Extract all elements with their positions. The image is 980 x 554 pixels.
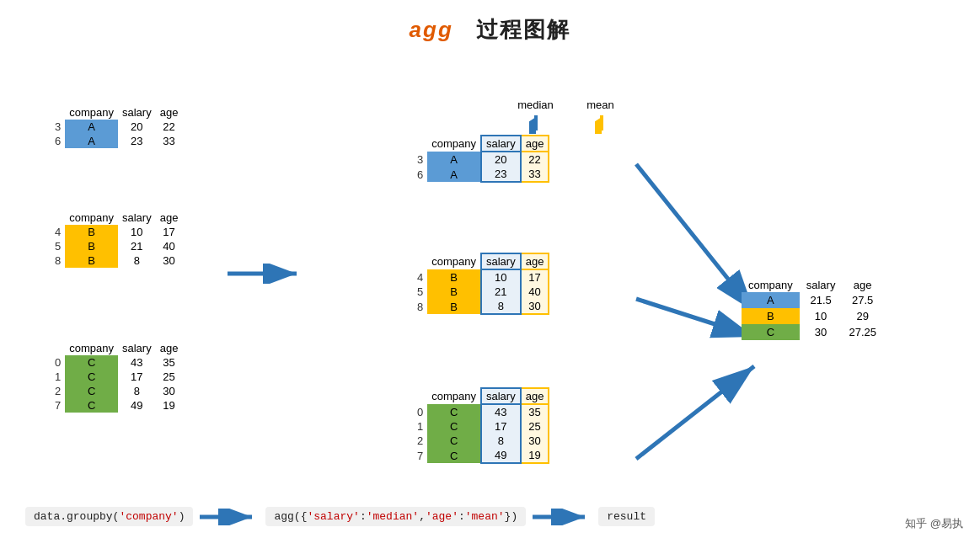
result-col-age: age xyxy=(842,278,883,292)
svg-line-8 xyxy=(636,299,754,337)
table-row: 2 C 8 30 xyxy=(51,384,182,398)
table-row: 8 B 8 30 xyxy=(51,253,182,268)
median-label: median xyxy=(512,99,559,111)
group-a-block: company salary age 3 A 20 22 6 A 23 33 xyxy=(51,105,182,148)
table-row: 6 A 23 33 xyxy=(413,167,549,182)
table-row: 5 B 21 40 xyxy=(51,239,182,253)
group-c-table: company salary age 0 C 43 35 1 C 17 25 2… xyxy=(51,341,182,413)
col-company-a: company xyxy=(65,105,118,120)
split-a-block: company salary age 3 A 20 22 6 A 23 33 xyxy=(413,135,549,183)
down-arrow-mean xyxy=(595,115,608,136)
main-area: company salary age 3 A 20 22 6 A 23 33 c… xyxy=(0,55,980,543)
table-row: 1 C 17 25 xyxy=(413,419,549,434)
split-b-table: company salary age 4 B 10 17 5 B 21 40 8… xyxy=(413,253,549,315)
split-b-block: company salary age 4 B 10 17 5 B 21 40 8… xyxy=(413,253,549,315)
group-c-block: company salary age 0 C 43 35 1 C 17 25 2… xyxy=(51,341,182,413)
table-row: 4 B 10 17 xyxy=(413,269,549,285)
table-row: 3 A 20 22 xyxy=(51,120,182,134)
code-groupby: data.groupby('company') xyxy=(25,507,193,526)
result-col-company: company xyxy=(742,278,800,292)
bottom-bar: data.groupby('company') agg({'salary':'m… xyxy=(25,507,955,526)
title-suffix: 过程图解 xyxy=(476,17,570,42)
down-arrow-median xyxy=(529,115,543,136)
col-age-c: age xyxy=(156,341,183,355)
result-row-b: B 10 29 xyxy=(742,308,883,324)
col-salary-a: salary xyxy=(118,105,156,120)
arrow-left-to-split xyxy=(228,264,303,286)
svg-line-7 xyxy=(636,164,754,312)
table-row: 7 C 49 19 xyxy=(51,398,182,413)
table-row: 1 C 17 25 xyxy=(51,370,182,384)
col-age-b: age xyxy=(156,210,183,225)
result-col-salary: salary xyxy=(800,278,843,292)
split-a-table: company salary age 3 A 20 22 6 A 23 33 xyxy=(413,135,549,183)
table-row: 0 C 43 35 xyxy=(51,355,182,370)
table-row: 4 B 10 17 xyxy=(51,225,182,239)
group-a-table: company salary age 3 A 20 22 6 A 23 33 xyxy=(51,105,182,148)
col-salary-b: salary xyxy=(118,210,156,225)
code-agg: agg({'salary':'median','age':'mean'}) xyxy=(265,507,526,526)
col-age-a: age xyxy=(156,105,183,120)
code-result: result xyxy=(598,507,655,526)
result-block: company salary age A 21.5 27.5 B 10 29 C… xyxy=(742,278,883,340)
bottom-arrow-1 xyxy=(200,509,259,525)
split-c-table: company salary age 0 C 43 35 1 C 17 25 2… xyxy=(413,387,549,464)
group-b-table: company salary age 4 B 10 17 5 B 21 40 8… xyxy=(51,210,182,268)
col-company-c: company xyxy=(65,341,118,355)
mean-label: mean xyxy=(581,99,619,111)
table-row: 7 C 49 19 xyxy=(413,448,549,463)
col-company-b: company xyxy=(65,210,118,225)
result-table: company salary age A 21.5 27.5 B 10 29 C… xyxy=(742,278,883,340)
split-c-block: company salary age 0 C 43 35 1 C 17 25 2… xyxy=(413,387,549,464)
title-agg: agg xyxy=(410,17,453,42)
table-row: 0 C 43 35 xyxy=(413,404,549,419)
svg-line-9 xyxy=(636,366,754,459)
table-row: 6 A 23 33 xyxy=(51,134,182,148)
watermark: 知乎 @易执 xyxy=(905,516,963,531)
result-row-c: C 30 27.25 xyxy=(742,324,883,340)
table-row: 2 C 8 30 xyxy=(413,434,549,448)
result-row-a: A 21.5 27.5 xyxy=(742,292,883,308)
bottom-arrow-2 xyxy=(533,509,592,525)
col-salary-c: salary xyxy=(118,341,156,355)
table-row: 3 A 20 22 xyxy=(413,152,549,167)
table-row: 5 B 21 40 xyxy=(413,285,549,299)
page-title: agg 过程图解 xyxy=(0,0,980,45)
group-b-block: company salary age 4 B 10 17 5 B 21 40 8… xyxy=(51,210,182,268)
table-row: 8 B 8 30 xyxy=(413,299,549,314)
